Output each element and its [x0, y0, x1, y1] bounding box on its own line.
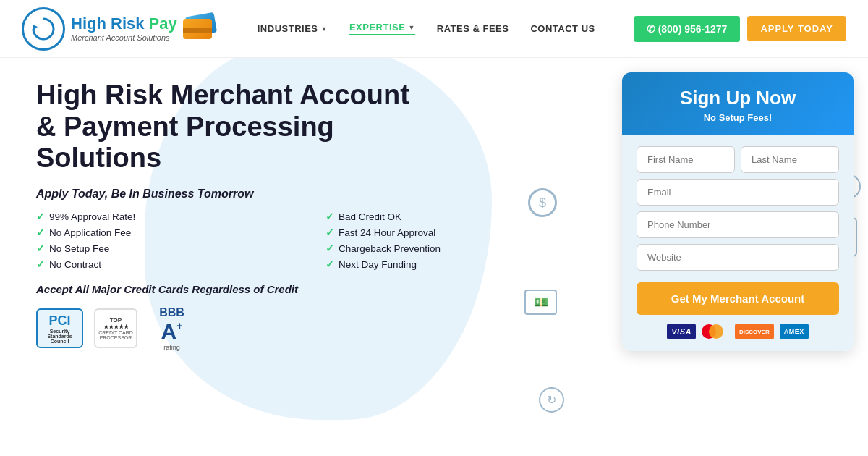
list-item: ✓ Next Day Funding: [326, 258, 600, 270]
credit-badge: TOP ★★★★★ CREDIT CARD PROCESSOR: [94, 308, 137, 348]
svg-marker-0: [33, 25, 38, 30]
logo-high: High Risk: [71, 14, 149, 33]
list-item: ✓ Fast 24 Hour Approval: [326, 227, 600, 238]
credit-label: TOP ★★★★★: [98, 317, 134, 330]
hero-title: High Risk Merchant Account & Payment Pro…: [36, 80, 412, 174]
check-icon: ✓: [36, 227, 45, 238]
list-item: ✓ Bad Credit OK: [326, 211, 600, 222]
mastercard-logo: [702, 324, 729, 339]
hero-subtitle: Apply Today, Be In Business Tomorrow: [36, 187, 600, 200]
pci-badge: PCI SecurityStandardsCouncil: [36, 308, 83, 348]
bbb-badge: BBB A+ rating: [148, 308, 195, 348]
list-item: ✓ Chargeback Prevention: [326, 242, 600, 254]
form-header: Sign Up Now No Setup Fees!: [622, 72, 854, 135]
chevron-down-icon: ▼: [320, 25, 327, 33]
form-card: Sign Up Now No Setup Fees! Get My Mercha…: [622, 72, 854, 351]
check-icon: ✓: [36, 242, 45, 254]
logo-icon: [30, 16, 56, 42]
card-stripe: [183, 28, 212, 33]
bbb-rating-label: rating: [163, 344, 180, 351]
logo-area: High Risk Pay Merchant Account Solutions: [22, 7, 219, 51]
main-content: $ 💵 ↻ $ High Risk Merchant Account & Pay…: [0, 58, 868, 456]
form-title: Sign Up Now: [639, 87, 836, 109]
email-input[interactable]: [637, 179, 839, 206]
bbb-grade: A: [161, 321, 177, 342]
check-icon: ✓: [326, 258, 334, 270]
logo-circle: [22, 7, 65, 51]
header: High Risk Pay Merchant Account Solutions…: [0, 0, 868, 58]
nav-rates-fees[interactable]: RATES & FEES: [437, 23, 509, 34]
pci-sublabel: SecurityStandardsCouncil: [47, 329, 72, 344]
logo-tagline: Merchant Account Solutions: [71, 33, 177, 42]
logo-text: High Risk Pay Merchant Account Solutions: [71, 15, 177, 41]
list-item: ✓ No Application Fee: [36, 227, 311, 238]
visa-logo: VISA: [667, 324, 696, 339]
credit-processor: PROCESSOR: [100, 335, 132, 340]
mc-circle-right: [709, 324, 723, 339]
main-nav: INDUSTRIES ▼ EXPERTISE ▼ RATES & FEES CO…: [258, 22, 595, 35]
chevron-down-icon: ▼: [408, 24, 414, 31]
hero-section: High Risk Merchant Account & Payment Pro…: [0, 58, 622, 456]
card-icon: [183, 14, 219, 43]
check-icon: ✓: [326, 211, 334, 222]
logo-pay: Pay: [149, 14, 177, 33]
nav-expertise[interactable]: EXPERTISE ▼: [349, 22, 415, 35]
features-list: ✓ 99% Approval Rate! ✓ Bad Credit OK ✓ N…: [36, 211, 600, 270]
pci-label: PCI: [48, 313, 70, 329]
logo-brand-name: High Risk Pay: [71, 15, 177, 33]
discover-logo: DISCOVER: [735, 324, 774, 339]
card-front: [183, 19, 212, 39]
list-item: ✓ No Setup Fee: [36, 242, 311, 254]
signup-form-section: Sign Up Now No Setup Fees! Get My Mercha…: [622, 58, 868, 456]
submit-button[interactable]: Get My Merchant Account: [637, 282, 839, 315]
credit-type: CREDIT CARD: [98, 330, 133, 335]
apply-today-button[interactable]: APPLY TODAY: [747, 16, 846, 41]
check-icon: ✓: [326, 227, 334, 238]
name-row: [637, 146, 839, 173]
list-item: ✓ 99% Approval Rate!: [36, 211, 311, 222]
form-body: Get My Merchant Account VISA DISCOVER AM…: [622, 135, 854, 351]
check-icon: ✓: [36, 258, 45, 270]
accept-text: Accept All Major Credit Cards Regardless…: [36, 283, 600, 295]
check-icon: ✓: [326, 242, 334, 254]
bbb-grade-container: A+: [161, 321, 183, 342]
form-subtitle: No Setup Fees!: [639, 112, 836, 123]
payment-logos: VISA DISCOVER AMEX: [637, 324, 839, 339]
website-input[interactable]: [637, 244, 839, 271]
check-icon: ✓: [36, 211, 45, 222]
amex-logo: AMEX: [780, 324, 809, 339]
nav-contact[interactable]: CONTACT US: [530, 23, 595, 34]
bbb-plus: +: [176, 321, 182, 331]
phone-button[interactable]: ✆ (800) 956-1277: [634, 16, 741, 42]
header-action-buttons: ✆ (800) 956-1277 APPLY TODAY: [634, 16, 846, 42]
first-name-input[interactable]: [637, 146, 735, 173]
last-name-input[interactable]: [741, 146, 839, 173]
bbb-label: BBB: [159, 306, 184, 319]
list-item: ✓ No Contract: [36, 258, 311, 270]
nav-industries[interactable]: INDUSTRIES ▼: [258, 23, 328, 34]
trust-badges: PCI SecurityStandardsCouncil TOP ★★★★★ C…: [36, 308, 600, 348]
phone-input[interactable]: [637, 211, 839, 238]
